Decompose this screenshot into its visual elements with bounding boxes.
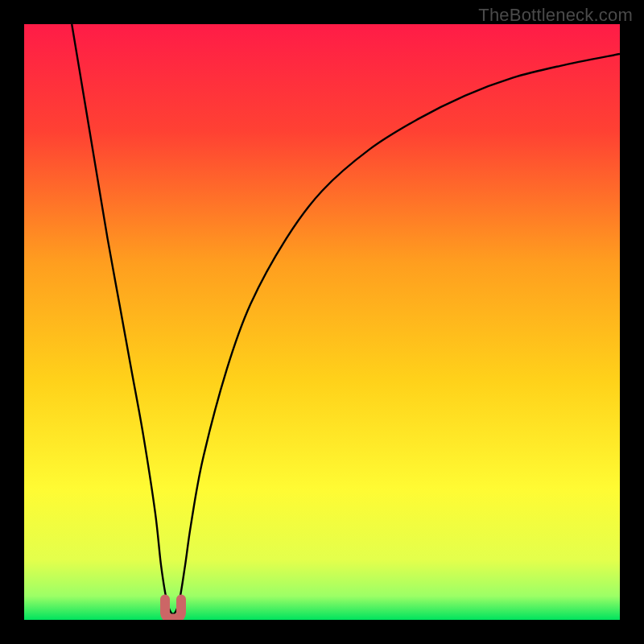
gradient-background: [24, 24, 620, 620]
plot-area: [24, 24, 620, 620]
watermark-text: TheBottleneck.com: [478, 5, 633, 26]
chart-frame: TheBottleneck.com: [0, 0, 644, 644]
bottleneck-chart: [24, 24, 620, 620]
